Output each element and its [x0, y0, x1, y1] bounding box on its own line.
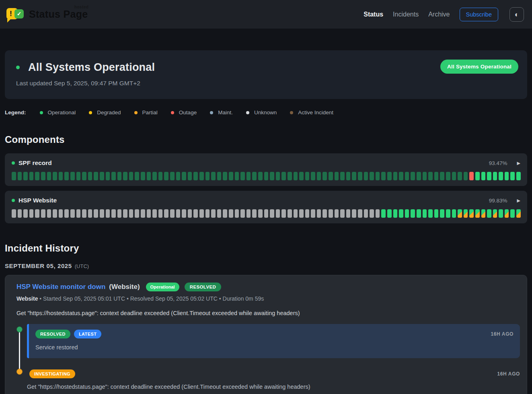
uptime-day-bar[interactable]	[305, 172, 310, 180]
uptime-day-bar[interactable]	[352, 172, 356, 180]
uptime-day-bar[interactable]	[100, 209, 104, 218]
uptime-day-bar[interactable]	[70, 172, 75, 180]
uptime-day-bar[interactable]	[294, 172, 298, 180]
uptime-day-bar[interactable]	[12, 209, 16, 218]
uptime-day-bar[interactable]	[329, 172, 333, 180]
uptime-day-bar[interactable]	[18, 172, 22, 180]
uptime-day-bar[interactable]	[176, 172, 181, 180]
uptime-day-bar[interactable]	[458, 209, 462, 218]
uptime-day-bar[interactable]	[405, 172, 409, 180]
uptime-day-bar[interactable]	[434, 209, 439, 218]
uptime-day-bar[interactable]	[452, 209, 456, 218]
uptime-day-bar[interactable]	[217, 209, 222, 218]
uptime-day-bar[interactable]	[499, 209, 503, 218]
uptime-day-bar[interactable]	[469, 172, 474, 180]
uptime-day-bar[interactable]	[440, 209, 444, 218]
uptime-day-bar[interactable]	[393, 209, 398, 218]
uptime-day-bar[interactable]	[41, 209, 45, 218]
uptime-day-bar[interactable]	[387, 209, 392, 218]
uptime-day-bar[interactable]	[411, 172, 415, 180]
uptime-day-bar[interactable]	[199, 172, 204, 180]
uptime-day-bar[interactable]	[440, 172, 444, 180]
uptime-day-bar[interactable]	[428, 172, 433, 180]
uptime-day-bar[interactable]	[35, 209, 39, 218]
uptime-day-bar[interactable]	[106, 209, 110, 218]
uptime-day-bar[interactable]	[376, 172, 380, 180]
uptime-day-bar[interactable]	[164, 172, 168, 180]
uptime-day-bar[interactable]	[510, 209, 515, 218]
uptime-day-bar[interactable]	[199, 209, 204, 218]
uptime-day-bar[interactable]	[64, 209, 69, 218]
uptime-day-bar[interactable]	[446, 172, 450, 180]
uptime-day-bar[interactable]	[305, 209, 310, 218]
uptime-day-bar[interactable]	[393, 172, 398, 180]
uptime-day-bar[interactable]	[258, 172, 263, 180]
uptime-day-bar[interactable]	[29, 172, 34, 180]
uptime-day-bar[interactable]	[164, 209, 168, 218]
uptime-day-bar[interactable]	[100, 172, 104, 180]
uptime-day-bar[interactable]	[405, 209, 409, 218]
uptime-day-bar[interactable]	[23, 172, 28, 180]
uptime-day-bar[interactable]	[281, 172, 286, 180]
uptime-day-bar[interactable]	[423, 172, 427, 180]
uptime-day-bar[interactable]	[188, 172, 192, 180]
uptime-day-bar[interactable]	[469, 209, 474, 218]
uptime-day-bar[interactable]	[158, 172, 163, 180]
uptime-day-bar[interactable]	[487, 172, 491, 180]
uptime-day-bar[interactable]	[464, 172, 468, 180]
uptime-day-bar[interactable]	[376, 209, 380, 218]
uptime-day-bar[interactable]	[434, 172, 439, 180]
incident-title-link[interactable]: HSP Website monitor down	[16, 283, 105, 291]
uptime-day-bar[interactable]	[475, 172, 480, 180]
uptime-day-bar[interactable]	[182, 172, 186, 180]
uptime-day-bar[interactable]	[217, 172, 222, 180]
uptime-day-bar[interactable]	[322, 172, 327, 180]
uptime-day-bar[interactable]	[352, 209, 356, 218]
uptime-day-bar[interactable]	[340, 209, 345, 218]
expand-arrow-icon[interactable]: ▶	[517, 161, 520, 166]
uptime-day-bar[interactable]	[88, 172, 92, 180]
uptime-day-bar[interactable]	[211, 172, 216, 180]
uptime-day-bar[interactable]	[223, 209, 227, 218]
uptime-day-bar[interactable]	[205, 172, 210, 180]
uptime-day-bar[interactable]	[381, 209, 386, 218]
subscribe-button[interactable]: Subscribe	[460, 8, 498, 21]
uptime-day-bar[interactable]	[88, 209, 92, 218]
uptime-day-bar[interactable]	[288, 209, 292, 218]
uptime-day-bar[interactable]	[364, 172, 368, 180]
uptime-day-bar[interactable]	[82, 172, 86, 180]
uptime-day-bar[interactable]	[493, 209, 497, 218]
uptime-day-bar[interactable]	[516, 209, 521, 218]
uptime-day-bar[interactable]	[64, 172, 69, 180]
uptime-day-bar[interactable]	[370, 172, 374, 180]
uptime-day-bar[interactable]	[464, 209, 468, 218]
uptime-day-bar[interactable]	[223, 172, 227, 180]
uptime-day-bar[interactable]	[117, 209, 122, 218]
uptime-day-bar[interactable]	[123, 172, 127, 180]
uptime-day-bar[interactable]	[182, 209, 186, 218]
uptime-day-bar[interactable]	[12, 172, 16, 180]
uptime-day-bar[interactable]	[270, 172, 274, 180]
uptime-day-bar[interactable]	[147, 172, 151, 180]
uptime-day-bar[interactable]	[252, 172, 257, 180]
uptime-day-bar[interactable]	[53, 172, 57, 180]
uptime-day-bar[interactable]	[258, 209, 263, 218]
uptime-day-bar[interactable]	[205, 209, 210, 218]
uptime-day-bar[interactable]	[335, 172, 339, 180]
uptime-day-bar[interactable]	[47, 209, 51, 218]
nav-status[interactable]: Status	[364, 11, 383, 18]
uptime-day-bar[interactable]	[111, 172, 116, 180]
uptime-day-bar[interactable]	[170, 172, 175, 180]
uptime-day-bar[interactable]	[106, 172, 110, 180]
uptime-day-bar[interactable]	[317, 172, 321, 180]
uptime-day-bar[interactable]	[76, 209, 81, 218]
uptime-day-bar[interactable]	[458, 172, 462, 180]
uptime-day-bar[interactable]	[129, 209, 134, 218]
uptime-day-bar[interactable]	[411, 209, 415, 218]
uptime-day-bar[interactable]	[152, 172, 157, 180]
uptime-day-bar[interactable]	[246, 209, 251, 218]
uptime-day-bar[interactable]	[94, 172, 98, 180]
uptime-day-bar[interactable]	[152, 209, 157, 218]
uptime-day-bar[interactable]	[147, 209, 151, 218]
uptime-day-bar[interactable]	[35, 172, 39, 180]
